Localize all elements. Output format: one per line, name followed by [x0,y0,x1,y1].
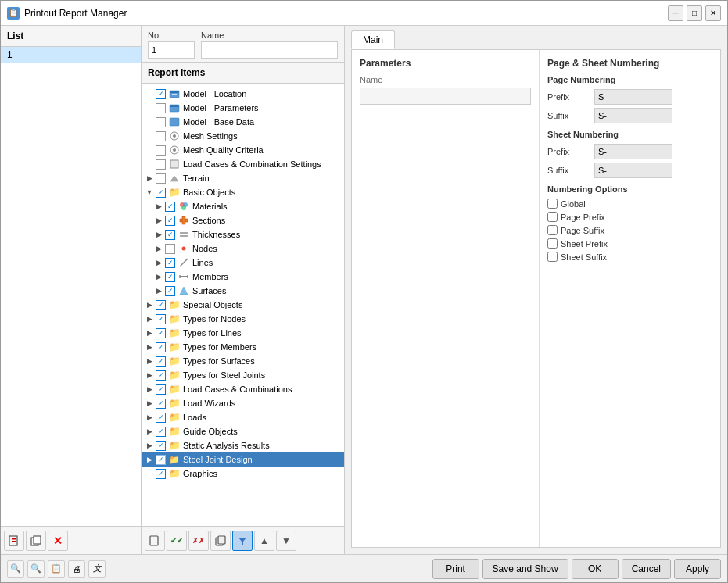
page-suffix-checkbox-row: Page Suffix [547,225,712,235]
apply-button[interactable]: Apply [674,559,721,579]
move-down-button[interactable]: ▼ [276,531,296,551]
page-suffix-input[interactable] [594,108,672,123]
minimize-button[interactable]: ─ [668,5,683,21]
print-status-button[interactable]: 🖨 [68,560,85,578]
item-checkbox[interactable] [156,399,166,409]
nodes-icon [178,242,190,255]
list-item[interactable]: Model - Base Data [142,115,344,129]
check-all-button[interactable]: ✔✔ [167,531,187,551]
lang-status-button[interactable]: 文 [88,560,106,578]
item-checkbox[interactable] [156,356,166,367]
params-name-input[interactable] [360,88,531,105]
global-checkbox[interactable] [547,199,558,209]
list-item[interactable]: 📁 Graphics [142,467,344,481]
list-item[interactable]: Load Cases & Combination Settings [142,157,344,171]
filter-button[interactable] [232,531,253,551]
list-item[interactable]: ▶ 📁 Types for Nodes [142,312,344,326]
item-checkbox[interactable] [165,216,175,226]
sheet-prefix-input[interactable] [594,144,672,159]
list-item[interactable]: ▶ Members [142,270,344,284]
item-checkbox[interactable] [156,188,166,198]
item-checkbox[interactable] [156,89,166,99]
copy-report-button[interactable] [210,531,231,551]
item-checkbox[interactable] [156,413,166,423]
item-checkbox[interactable] [156,328,166,338]
maximize-button[interactable]: □ [687,5,702,21]
list-item[interactable]: Mesh Quality Criteria [142,143,344,157]
report-items-header: Report Items [142,63,344,84]
item-checkbox[interactable] [165,272,175,282]
item-checkbox[interactable] [156,314,166,324]
name-input[interactable] [201,41,338,59]
item-checkbox[interactable] [156,300,166,310]
save-show-button[interactable]: Save and Show [482,559,568,579]
tree-item-label: Members [192,272,228,281]
print-button[interactable]: Print [432,559,479,579]
ok-button[interactable]: OK [572,559,619,579]
new-report-item-button[interactable] [145,531,165,551]
list-item[interactable]: ▶ 📁 Steel Joint Design [142,452,344,467]
item-checkbox[interactable] [156,145,166,156]
tree-item-label: Types for Steel Joints [183,370,265,380]
item-checkbox[interactable] [156,427,166,437]
delete-list-button[interactable]: ✕ [48,531,68,551]
item-checkbox[interactable] [156,370,166,381]
list-item[interactable]: ▶ 📁 Load Wizards [142,396,344,410]
list-item[interactable]: ▶ 📁 Types for Lines [142,326,344,340]
list-item[interactable]: ▶ Surfaces [142,284,344,298]
new-list-button[interactable] [4,531,24,551]
item-checkbox[interactable] [165,202,175,212]
sheet-suffix-checkbox[interactable] [547,252,558,262]
list-item[interactable]: Model - Parameters [142,101,344,115]
uncheck-all-button[interactable]: ✗✗ [188,531,209,551]
item-checkbox[interactable] [156,441,166,451]
move-up-button[interactable]: ▲ [254,531,274,551]
item-checkbox[interactable] [156,342,166,352]
list-item[interactable]: ▶ Materials [142,199,344,213]
list-item[interactable]: ▶ Nodes [142,241,344,256]
item-checkbox[interactable] [165,258,175,268]
item-checkbox[interactable] [156,131,166,141]
sheet-suffix-input[interactable] [594,163,672,178]
list-item[interactable]: ▶ 📁 Special Objects [142,298,344,312]
item-checkbox[interactable] [156,159,166,170]
item-checkbox[interactable] [165,230,175,240]
item-checkbox[interactable] [156,455,166,465]
list-item[interactable]: ▶ Terrain [142,171,344,185]
list-item[interactable]: ▶ 📁 Static Analysis Results [142,438,344,452]
list-item[interactable]: ▶ Lines [142,256,344,270]
item-checkbox[interactable] [165,286,175,296]
find-status-button[interactable]: 🔍 [27,560,45,578]
copy-list-button[interactable] [26,531,46,551]
page-prefix-checkbox[interactable] [547,212,558,222]
list-item[interactable]: ▶ 📁 Load Cases & Combinations [142,382,344,396]
no-input[interactable] [148,41,195,59]
item-checkbox[interactable] [156,469,166,479]
page-prefix-input[interactable] [594,89,672,105]
search-status-button[interactable]: 🔍 [7,560,24,578]
item-checkbox[interactable] [156,103,166,113]
list-item[interactable]: ▶ 📁 Guide Objects [142,424,344,438]
item-checkbox[interactable] [156,384,166,395]
list-item[interactable]: Model - Location [142,87,344,101]
report-status-button[interactable]: 📋 [48,560,65,578]
list-item[interactable]: Mesh Settings [142,129,344,143]
item-checkbox[interactable] [156,173,166,184]
tab-main[interactable]: Main [351,30,395,49]
sheet-prefix-checkbox[interactable] [547,238,558,249]
list-item[interactable]: ▶ 📁 Types for Surfaces [142,354,344,368]
list-item[interactable]: ▶ 📁 Types for Steel Joints [142,368,344,382]
svg-rect-9 [170,105,179,107]
item-checkbox[interactable] [165,244,175,254]
list-item[interactable]: ▼ 📁 Basic Objects [142,185,344,199]
list-item[interactable]: ▶ 📁 Loads [142,410,344,424]
list-item[interactable]: ▶ 📁 Types for Members [142,340,344,354]
page-suffix-checkbox[interactable] [547,225,558,235]
list-item[interactable]: ▶ Thicknesses [142,227,344,241]
tree-item-label: Types for Lines [183,328,242,338]
close-button[interactable]: ✕ [705,5,721,21]
list-item[interactable]: ▶ Sections [142,213,344,227]
list-item[interactable]: 1 [1,47,141,63]
item-checkbox[interactable] [156,117,166,127]
cancel-button[interactable]: Cancel [622,559,671,579]
